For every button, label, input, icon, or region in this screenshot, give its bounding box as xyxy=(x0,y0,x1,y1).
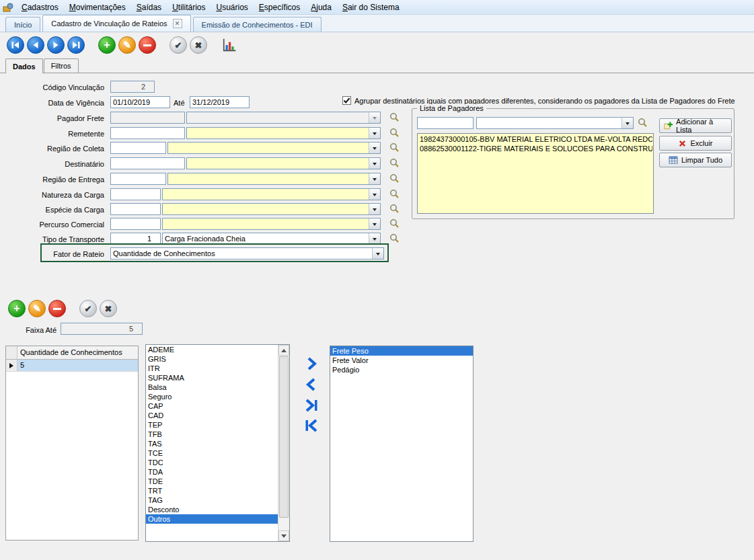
regiao-entrega-combo[interactable] xyxy=(167,173,381,185)
data-vigencia-de-field[interactable]: 01/10/2019 xyxy=(110,96,170,108)
nav-first-button[interactable] xyxy=(7,36,24,54)
close-icon[interactable]: ✕ xyxy=(173,19,182,28)
agrupar-checkbox[interactable] xyxy=(342,96,351,105)
pagador-combo[interactable] xyxy=(476,117,634,129)
cancel-button[interactable]: ✖ xyxy=(190,36,207,54)
search-icon[interactable] xyxy=(389,128,400,138)
tipo-transporte-code-field[interactable]: 1 xyxy=(110,233,161,245)
nav-next-button[interactable] xyxy=(47,36,65,54)
add-button[interactable]: + xyxy=(98,36,116,54)
component-list-item[interactable]: TDE xyxy=(146,477,278,486)
excluir-button[interactable]: Excluir xyxy=(659,136,732,151)
tab-cadastro-vinculacao-rateios[interactable]: Cadastro de Vinculação de Rateios ✕ xyxy=(42,15,190,32)
percurso-comercial-combo[interactable] xyxy=(162,218,381,230)
grid-row[interactable]: 5 xyxy=(6,360,138,372)
chevron-down-icon[interactable] xyxy=(369,143,380,153)
pagador-code-field[interactable] xyxy=(417,117,474,129)
move-all-right-button[interactable] xyxy=(303,397,320,414)
component-list-item[interactable]: Frete Valor xyxy=(330,356,473,365)
regiao-coleta-combo[interactable] xyxy=(167,142,381,154)
component-list-item[interactable]: Outros xyxy=(146,514,278,524)
natureza-carga-code-field[interactable] xyxy=(110,188,161,200)
move-left-button[interactable] xyxy=(303,376,320,393)
component-list-item[interactable]: Desconto xyxy=(146,505,278,514)
adicionar-lista-button[interactable]: Adicionar à Lista xyxy=(659,118,732,133)
data-vigencia-ate-field[interactable]: 31/12/2019 xyxy=(190,96,250,108)
chevron-down-icon[interactable] xyxy=(369,204,380,214)
search-icon[interactable] xyxy=(389,158,400,169)
move-right-button[interactable] xyxy=(303,355,320,372)
edit-button[interactable]: ✎ xyxy=(118,36,136,54)
especie-carga-combo[interactable] xyxy=(162,203,381,215)
component-list-item[interactable]: CAD xyxy=(146,411,278,420)
menu-item[interactable]: Sair do Sistema xyxy=(337,1,405,14)
component-list-item[interactable]: TEP xyxy=(146,420,278,430)
search-icon[interactable] xyxy=(389,173,400,184)
limpar-tudo-button[interactable]: Limpar Tudo xyxy=(659,153,732,167)
component-list-item[interactable]: TDC xyxy=(146,458,278,467)
scroll-down-button[interactable] xyxy=(278,530,289,541)
menu-item[interactable]: Ajuda xyxy=(305,1,337,14)
especie-carga-code-field[interactable] xyxy=(110,203,161,215)
component-list-item[interactable]: Frete Peso xyxy=(330,346,473,356)
chevron-down-icon[interactable] xyxy=(369,233,380,244)
component-list-item[interactable]: TFB xyxy=(146,430,278,439)
search-icon[interactable] xyxy=(638,118,648,128)
menu-item[interactable]: Específicos xyxy=(254,1,305,14)
menu-item[interactable]: Usuários xyxy=(211,1,253,14)
search-icon[interactable] xyxy=(389,143,400,153)
menu-item[interactable]: Movimentações xyxy=(64,1,131,14)
pagador-list-item[interactable]: 08862530001122-TIGRE MATERIAIS E SOLUCOE… xyxy=(418,144,652,153)
remetente-code-field[interactable] xyxy=(110,127,185,139)
component-list-item[interactable]: GRIS xyxy=(146,354,278,364)
search-icon[interactable] xyxy=(389,218,400,229)
search-icon[interactable] xyxy=(389,112,400,123)
component-list-item[interactable]: Seguro xyxy=(146,392,278,401)
fator-rateio-combo[interactable]: Quantidade de Conhecimentos xyxy=(110,247,384,259)
remetente-combo[interactable] xyxy=(186,127,381,139)
chevron-down-icon[interactable] xyxy=(372,248,383,259)
faixa-confirm-button[interactable]: ✔ xyxy=(79,300,97,317)
component-list-item[interactable]: TRT xyxy=(146,486,278,495)
component-list-item[interactable]: TAS xyxy=(146,439,278,448)
tab-dados[interactable]: Dados xyxy=(5,58,43,73)
component-list-item[interactable]: ITR xyxy=(146,364,278,373)
nav-last-button[interactable] xyxy=(67,36,85,54)
available-components-listbox[interactable]: ADEMEGRISITRSUFRAMABalsaSeguroCAPCADTEPT… xyxy=(145,344,290,542)
chevron-down-icon[interactable] xyxy=(369,218,380,229)
move-all-left-button[interactable] xyxy=(303,417,320,434)
regiao-coleta-code-field[interactable] xyxy=(110,142,166,154)
scroll-up-button[interactable] xyxy=(278,345,289,356)
scrollbar-thumb[interactable] xyxy=(279,356,289,518)
faixas-grid[interactable]: Quantidade de Conhecimentos 5 xyxy=(5,346,139,541)
faixa-add-button[interactable]: + xyxy=(8,300,26,317)
search-icon[interactable] xyxy=(389,204,400,214)
grid-column-header[interactable]: Quantidade de Conhecimentos xyxy=(17,346,138,359)
faixa-cancel-button[interactable]: ✖ xyxy=(100,300,117,317)
search-icon[interactable] xyxy=(389,189,400,200)
nav-previous-button[interactable] xyxy=(27,36,44,54)
chevron-down-icon[interactable] xyxy=(369,158,380,169)
tab-emissao-conhecimentos-edi[interactable]: Emissão de Conhecimentos - EDI xyxy=(193,17,322,32)
destinatario-combo[interactable] xyxy=(186,157,381,169)
component-list-item[interactable]: TCE xyxy=(146,448,278,458)
component-list-item[interactable]: ADEME xyxy=(146,345,278,354)
menu-item[interactable]: Utilitários xyxy=(167,1,211,14)
delete-button[interactable] xyxy=(139,36,156,54)
component-list-item[interactable]: SUFRAMA xyxy=(146,373,278,383)
tab-filtros[interactable]: Filtros xyxy=(44,58,79,73)
search-icon[interactable] xyxy=(389,233,400,244)
component-list-item[interactable]: Balsa xyxy=(146,383,278,392)
chevron-down-icon[interactable] xyxy=(369,173,380,184)
component-list-item[interactable]: TDA xyxy=(146,467,278,477)
pagador-list-item[interactable]: 19824373000105-BBV MATERIAL ELETRICO LTD… xyxy=(418,134,652,144)
chevron-down-icon[interactable] xyxy=(621,118,633,128)
faixa-edit-button[interactable]: ✎ xyxy=(28,300,46,317)
faixa-delete-button[interactable] xyxy=(48,300,66,317)
tipo-transporte-combo[interactable]: Carga Fracionada Cheia xyxy=(162,233,381,245)
natureza-carga-combo[interactable] xyxy=(162,188,381,200)
component-list-item[interactable]: CAP xyxy=(146,401,278,411)
grid-cell[interactable]: 5 xyxy=(17,360,138,371)
chevron-down-icon[interactable] xyxy=(369,189,380,200)
chevron-down-icon[interactable] xyxy=(369,128,380,138)
